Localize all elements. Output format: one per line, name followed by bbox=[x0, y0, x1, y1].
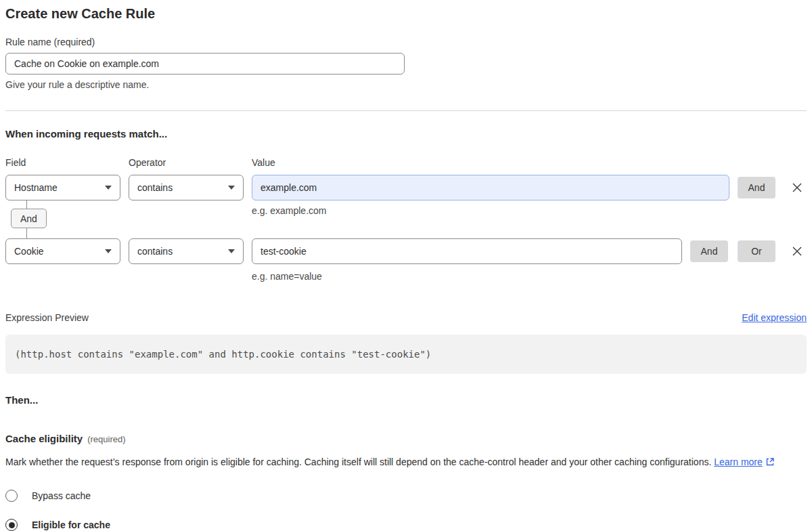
field-select-2-value: Cookie bbox=[14, 246, 44, 257]
connector-and-button[interactable]: And bbox=[11, 209, 47, 228]
rule-name-group: Rule name (required) Give your rule a de… bbox=[5, 37, 807, 90]
cache-eligibility-description: Mark whether the request’s response from… bbox=[5, 453, 807, 472]
expression-code-block: (http.host contains "example.com" and ht… bbox=[5, 335, 807, 374]
description-text: Mark whether the request’s response from… bbox=[5, 456, 711, 467]
chevron-down-icon bbox=[105, 249, 112, 253]
expression-header: Expression Preview Edit expression bbox=[5, 312, 807, 323]
add-and-button[interactable]: And bbox=[738, 177, 775, 198]
add-or-button[interactable]: Or bbox=[738, 240, 775, 262]
value-hint-2: e.g. name=value bbox=[252, 271, 807, 282]
value-input-1[interactable] bbox=[252, 175, 729, 200]
expression-preview-label: Expression Preview bbox=[5, 312, 89, 323]
match-row-2: Cookie contains And Or bbox=[5, 238, 807, 264]
rule-name-input[interactable] bbox=[5, 53, 405, 75]
rule-name-helper: Give your rule a descriptive name. bbox=[5, 79, 807, 90]
operator-select-2-value: contains bbox=[137, 246, 173, 257]
operator-select-2[interactable]: contains bbox=[129, 238, 244, 264]
matcher-rows: Hostname contains And bbox=[5, 175, 807, 282]
chevron-down-icon bbox=[105, 186, 112, 190]
match-row-1: Hostname contains And bbox=[5, 175, 807, 200]
cache-eligibility-heading-row: Cache eligibility (required) bbox=[5, 433, 807, 444]
learn-more-link[interactable]: Learn more bbox=[714, 456, 763, 467]
external-link-icon bbox=[765, 454, 775, 472]
radio-label: Eligible for cache bbox=[32, 519, 110, 530]
rule-name-label: Rule name (required) bbox=[5, 37, 807, 47]
matcher-section: Field Operator Value Hostname contains A… bbox=[5, 157, 807, 282]
field-select-1-value: Hostname bbox=[14, 182, 58, 193]
remove-row-button[interactable] bbox=[789, 243, 805, 259]
create-cache-rule-page: Create new Cache Rule Rule name (require… bbox=[0, 0, 812, 531]
add-and-button[interactable]: And bbox=[690, 240, 728, 262]
edit-expression-link[interactable]: Edit expression bbox=[742, 312, 807, 323]
required-note: (required) bbox=[87, 434, 125, 444]
matcher-heading: When incoming requests match... bbox=[5, 128, 807, 140]
remove-row-button[interactable] bbox=[789, 179, 805, 196]
cache-eligibility-heading: Cache eligibility bbox=[5, 433, 83, 444]
then-heading: Then... bbox=[5, 394, 807, 406]
row-1-buttons: And bbox=[738, 177, 775, 198]
radio-option-eligible-for-cache[interactable]: Eligible for cache bbox=[5, 519, 807, 531]
value-hint-1: e.g. example.com bbox=[252, 205, 327, 216]
close-icon bbox=[792, 246, 803, 257]
operator-column-label: Operator bbox=[129, 157, 244, 168]
field-select-2[interactable]: Cookie bbox=[5, 238, 120, 264]
chevron-down-icon bbox=[228, 249, 235, 253]
radio-unselected-icon[interactable] bbox=[5, 490, 18, 502]
between-rows-band: And e.g. example.com bbox=[5, 200, 807, 238]
section-divider bbox=[5, 110, 807, 111]
value-column-label: Value bbox=[252, 157, 275, 168]
matcher-column-labels: Field Operator Value bbox=[5, 157, 807, 168]
chevron-down-icon bbox=[228, 186, 235, 190]
field-column-label: Field bbox=[5, 157, 120, 168]
field-select-1[interactable]: Hostname bbox=[5, 175, 120, 200]
row-2-buttons: And Or bbox=[690, 240, 775, 262]
radio-dot bbox=[9, 522, 15, 528]
operator-select-1[interactable]: contains bbox=[129, 175, 244, 200]
value-input-2[interactable] bbox=[252, 238, 682, 264]
radio-option-bypass-cache[interactable]: Bypass cache bbox=[5, 490, 807, 502]
radio-label: Bypass cache bbox=[32, 490, 91, 501]
radio-selected-icon[interactable] bbox=[5, 519, 18, 531]
close-icon bbox=[792, 182, 803, 193]
page-title: Create new Cache Rule bbox=[5, 5, 807, 22]
operator-select-1-value: contains bbox=[137, 182, 173, 193]
